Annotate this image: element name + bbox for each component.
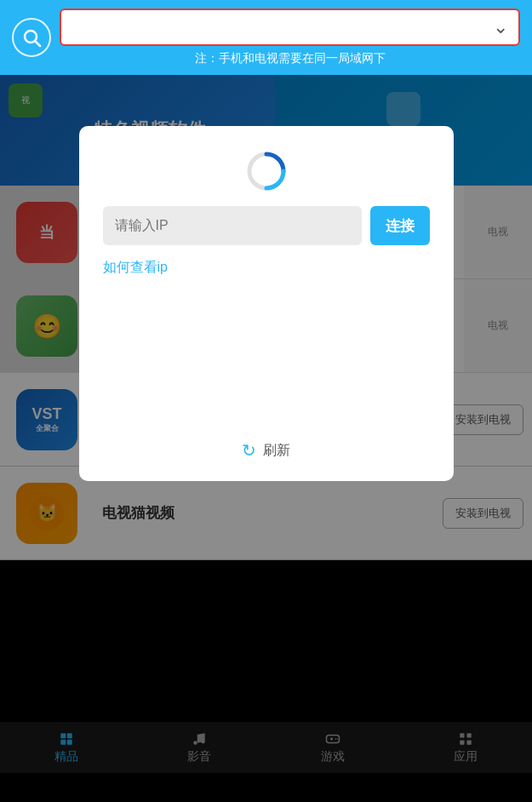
header-right: ⌄ 注：手机和电视需要在同一局域网下 [60,9,520,66]
chevron-down-icon: ⌄ [493,18,508,37]
header: ⌄ 注：手机和电视需要在同一局域网下 [0,0,532,75]
device-dropdown[interactable]: ⌄ [60,9,520,46]
main-area: 视 特色视频软件 电视加速 精选工具让视频更流畅 当 电视 😊 电视 [0,75,532,773]
connect-button[interactable]: 连接 [370,206,430,245]
connect-modal: 连接 如何查看ip ↻ 刷新 [79,126,454,481]
ip-input[interactable] [103,206,362,245]
refresh-button[interactable]: ↻ 刷新 [242,440,290,461]
how-to-link[interactable]: 如何查看ip [103,259,168,277]
refresh-label: 刷新 [263,442,290,460]
ip-row: 连接 [103,206,430,245]
modal-overlay: 连接 如何查看ip ↻ 刷新 [0,75,532,773]
header-note: 注：手机和电视需要在同一局域网下 [60,51,520,66]
svg-line-1 [36,42,41,47]
loading-spinner [245,150,288,192]
refresh-icon: ↻ [242,440,256,461]
modal-spacer [103,290,430,427]
search-button[interactable] [12,18,51,57]
